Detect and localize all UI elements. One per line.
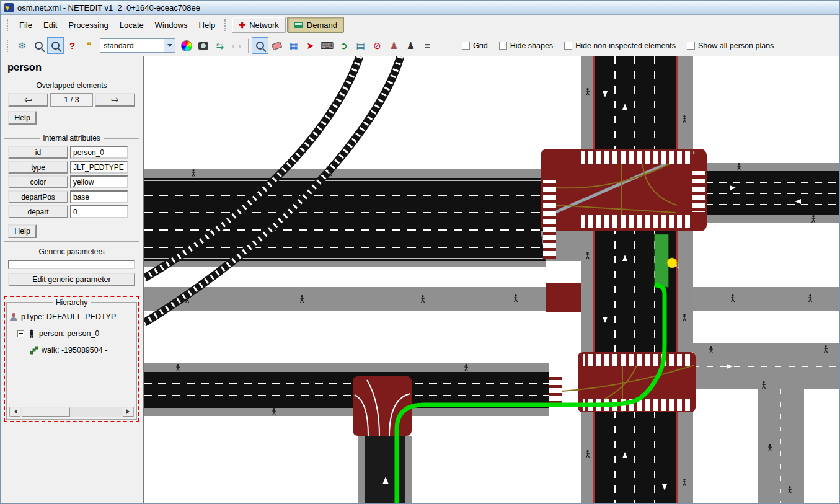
- personplan-mode-button[interactable]: ≡: [419, 37, 436, 54]
- stop-area[interactable]: [655, 234, 668, 287]
- menu-file[interactable]: File: [14, 18, 38, 32]
- route-mode-button[interactable]: ⌨: [319, 37, 335, 54]
- menu-help[interactable]: Help: [193, 18, 221, 32]
- help-button[interactable]: ?: [64, 37, 81, 54]
- delete-mode-button[interactable]: [268, 37, 285, 54]
- locate-pointer-button[interactable]: [47, 37, 64, 54]
- supermode-demand-button[interactable]: Demand: [287, 17, 344, 33]
- checkbox-icon: [462, 42, 470, 50]
- route-mode-icon: ⌨: [321, 40, 334, 51]
- hide-shapes-checkbox[interactable]: Hide shapes: [499, 42, 554, 50]
- map-view[interactable]: <: [143, 56, 840, 504]
- edge-southeast-path[interactable]: [758, 389, 804, 504]
- camera-snapshot-button[interactable]: [195, 37, 211, 54]
- tree-item-ptype[interactable]: pType: DEFAULT_PEDTYP: [9, 309, 134, 325]
- toolbar-grip[interactable]: [7, 19, 10, 31]
- vehicletype-mode-button[interactable]: ▤: [352, 37, 369, 54]
- checkbox-icon: [687, 42, 695, 50]
- tool-bar: ❄ ? ❝ standard ⇆ ▭ ▦ ➤ ⌨ ➲ ▤ ⊘ ♟ ♟ ≡ Gri…: [1, 35, 839, 56]
- checkbox-icon: [564, 42, 572, 50]
- link-arrows-icon: ⇆: [216, 40, 224, 51]
- arrow-right-icon: [126, 409, 132, 414]
- app-icon: [4, 3, 14, 12]
- junction-bottom[interactable]: [353, 376, 412, 436]
- person-icon: [27, 329, 36, 338]
- zoom-button[interactable]: [30, 37, 47, 54]
- hierarchy-group: Hierarchy pType: DEFAULT_PEDTYP person: …: [6, 298, 137, 420]
- attr-value-input-id[interactable]: [70, 146, 128, 159]
- view-options: Grid Hide shapes Hide non-inspected elem…: [462, 42, 774, 50]
- dropdown-arrow-button[interactable]: [164, 39, 175, 52]
- attr-name-button-departpos[interactable]: departPos: [8, 190, 68, 203]
- scroll-right-button[interactable]: [123, 407, 133, 417]
- window-title: osm.net.xml - NETEDIT v1_2_0+1640-eceac7…: [17, 3, 200, 12]
- tree-item-person[interactable]: person: person_0: [9, 325, 134, 342]
- attr-value-input-type[interactable]: [70, 161, 128, 174]
- edge-east-road[interactable]: [705, 163, 840, 223]
- chat-button[interactable]: ❝: [81, 37, 97, 54]
- toolbar-grip[interactable]: [224, 19, 228, 31]
- help-icon: ?: [69, 40, 75, 51]
- chevron-down-icon: [167, 44, 172, 50]
- edit-mode-dropdown[interactable]: standard: [100, 38, 175, 53]
- attr-name-button-id[interactable]: id: [8, 146, 68, 159]
- inspect-mode-button[interactable]: [252, 37, 268, 54]
- select-mode-icon: ▦: [289, 40, 298, 51]
- select-mode-button[interactable]: ▦: [285, 37, 302, 54]
- attr-value-input-departpos[interactable]: [70, 190, 128, 203]
- edge-upper-road[interactable]: [144, 169, 546, 267]
- attr-value-input-color[interactable]: [70, 175, 128, 188]
- lane-marker: <: [675, 262, 679, 270]
- tree-item-walk[interactable]: walk: -195089504 -: [9, 342, 134, 359]
- edge-pedestrian-path[interactable]: [144, 283, 840, 312]
- grid-checkbox[interactable]: Grid: [462, 42, 488, 50]
- attr-name-button-type[interactable]: type: [8, 161, 68, 174]
- attr-name-button-depart[interactable]: depart: [8, 205, 68, 218]
- color-wheel-icon: [181, 40, 192, 51]
- edge-lower-east-road[interactable]: [693, 343, 840, 389]
- scroll-left-button[interactable]: [10, 407, 20, 417]
- hide-non-inspected-checkbox[interactable]: Hide non-inspected elements: [564, 42, 676, 50]
- person-mode-button[interactable]: ♟: [402, 37, 419, 54]
- persontype-mode-button[interactable]: ♟: [386, 37, 402, 54]
- network-graph-button[interactable]: ❄: [14, 37, 30, 54]
- next-element-button[interactable]: ⇨: [95, 93, 135, 107]
- link-arrows-button[interactable]: ⇆: [211, 37, 228, 54]
- attr-value-input-depart[interactable]: [70, 205, 128, 218]
- scrollbar-thumb[interactable]: [22, 407, 70, 417]
- stop-mode-button[interactable]: ⊘: [369, 37, 386, 54]
- previous-element-button[interactable]: ⇦: [8, 93, 48, 107]
- toolbar-grip[interactable]: [7, 40, 10, 52]
- menu-edit[interactable]: Edit: [38, 18, 63, 32]
- ptype-icon: [9, 312, 18, 321]
- menu-windows[interactable]: Windows: [149, 18, 193, 32]
- scrollbar-track[interactable]: [20, 407, 123, 417]
- show-person-plans-checkbox[interactable]: Show all person plans: [687, 42, 774, 50]
- overlapped-help-button[interactable]: Help: [8, 111, 37, 125]
- move-mode-button[interactable]: ➤: [302, 37, 319, 54]
- network-map[interactable]: <: [144, 56, 840, 504]
- disabled-tool-icon: ▭: [232, 40, 241, 51]
- collapse-icon[interactable]: [17, 330, 24, 337]
- menu-processing[interactable]: Processing: [63, 18, 113, 32]
- generic-parameters-input[interactable]: [8, 260, 135, 269]
- attr-name-button-color[interactable]: color: [8, 175, 68, 188]
- vehicle-mode-button[interactable]: ➲: [335, 37, 352, 54]
- person-mode-icon: ♟: [407, 40, 415, 51]
- overlapped-elements-group: Overlapped elements ⇦ 1 / 3 ⇨ Help: [4, 81, 139, 128]
- bus-icon: [294, 22, 303, 28]
- walk-icon: [30, 346, 38, 355]
- hierarchy-hscrollbar[interactable]: [9, 407, 134, 417]
- menu-bar: File Edit Processing Locate Windows Help…: [1, 15, 839, 35]
- menu-locate[interactable]: Locate: [114, 18, 149, 32]
- edit-generic-parameter-button[interactable]: Edit generic parameter: [8, 273, 135, 286]
- title-bar[interactable]: osm.net.xml - NETEDIT v1_2_0+1640-eceac7…: [1, 1, 839, 15]
- checkbox-icon: [499, 42, 507, 50]
- attributes-help-button[interactable]: Help: [8, 224, 37, 238]
- edge-vertical-road[interactable]: [581, 56, 693, 504]
- edge-lower-road[interactable]: [144, 363, 549, 416]
- color-wheel-button[interactable]: [178, 37, 195, 54]
- network-icon: ✚: [239, 20, 245, 30]
- edge-bottom-road[interactable]: [358, 436, 412, 504]
- supermode-network-button[interactable]: ✚ Network: [232, 17, 286, 33]
